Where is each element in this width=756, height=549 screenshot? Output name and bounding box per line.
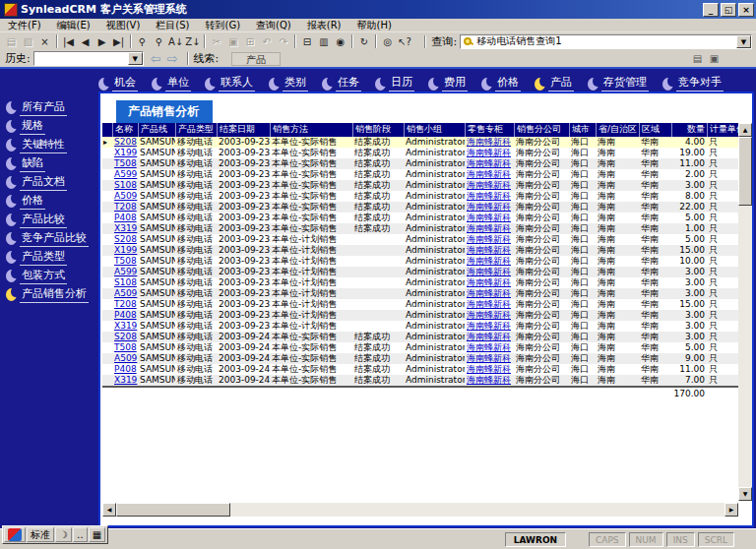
- toolbar-icon[interactable]: A↓: [167, 33, 184, 49]
- table-row[interactable]: P408 SAMSUNG 移动电话 2003-09-23 本单位-计划销售 Ad…: [102, 310, 738, 321]
- table-row[interactable]: S208 SAMSUNG 移动电话 2003-09-24 本单位-实际销售 结案…: [102, 332, 738, 342]
- toolbar-icon[interactable]: ✂: [208, 33, 224, 49]
- column-header[interactable]: 计量单位: [707, 123, 738, 137]
- column-header[interactable]: 结案日期: [217, 123, 270, 137]
- menu-item[interactable]: 查询(Q): [248, 19, 299, 32]
- toolbar-icon[interactable]: ◀: [77, 33, 94, 49]
- table-row[interactable]: A599 SAMSUNG 移动电话 2003-09-23 本单位-实际销售 结案…: [102, 169, 738, 180]
- retail-counter-link[interactable]: 海南蜂新科: [465, 321, 514, 332]
- column-header[interactable]: 销售阶段: [352, 123, 404, 137]
- product-name-link[interactable]: A599: [112, 169, 138, 180]
- toolbar-icon[interactable]: ◉: [332, 33, 348, 49]
- toolbar-icon[interactable]: ⊞: [241, 33, 258, 49]
- retail-counter-link[interactable]: 海南蜂新科: [465, 158, 514, 169]
- table-row[interactable]: P408 SAMSUNG 移动电话 2003-09-24 本单位-实际销售 结案…: [102, 364, 738, 375]
- restore-button[interactable]: ◱: [721, 3, 736, 17]
- toolbar-icon[interactable]: ▣: [706, 51, 723, 67]
- menu-item[interactable]: 视图(V): [98, 19, 149, 32]
- toolbar-icon[interactable]: [127, 33, 134, 49]
- sidebar-item[interactable]: 产品销售分析: [6, 285, 98, 304]
- close-button[interactable]: ×: [738, 3, 754, 17]
- table-row[interactable]: A509 SAMSUNG 移动电话 2003-09-24 本单位-实际销售 结案…: [102, 353, 738, 364]
- scroll-right-icon[interactable]: ▶: [724, 503, 738, 517]
- sidebar-item[interactable]: 所有产品: [6, 98, 98, 117]
- scroll-left-icon[interactable]: ◀: [102, 503, 116, 517]
- table-row[interactable]: X319 SAMSUNG 移动电话 2003-09-23 本单位-实际销售 结案…: [102, 223, 738, 234]
- table-row[interactable]: S208 SAMSUNG 移动电话 2003-09-23 本单位-计划销售 Ad…: [102, 234, 738, 245]
- menu-item[interactable]: 帮助(H): [349, 19, 400, 32]
- product-name-link[interactable]: P408: [112, 364, 138, 375]
- retail-counter-link[interactable]: 海南蜂新科: [465, 353, 514, 364]
- toolbar-icon[interactable]: ▶: [94, 33, 110, 49]
- sidebar-item[interactable]: 产品比较: [6, 211, 98, 229]
- table-row[interactable]: A599 SAMSUNG 移动电话 2003-09-23 本单位-计划销售 Ad…: [102, 267, 738, 277]
- product-name-link[interactable]: S208: [112, 137, 138, 148]
- product-name-link[interactable]: A509: [112, 191, 138, 202]
- retail-counter-link[interactable]: 海南蜂新科: [465, 148, 514, 158]
- retail-counter-link[interactable]: 海南蜂新科: [465, 375, 514, 386]
- ime-punctuation-icon[interactable]: ‥: [73, 527, 88, 542]
- retail-counter-link[interactable]: 海南蜂新科: [465, 223, 514, 234]
- tab[interactable]: 类别: [269, 74, 308, 92]
- vertical-scrollbar[interactable]: ▲ ▼: [738, 123, 752, 501]
- table-row[interactable]: A509 SAMSUNG 移动电话 2003-09-23 本单位-计划销售 Ad…: [102, 288, 738, 299]
- toolbar-icon[interactable]: ▤: [689, 51, 706, 67]
- column-header[interactable]: 名称: [112, 123, 138, 137]
- table-row[interactable]: P408 SAMSUNG 移动电话 2003-09-23 本单位-实际销售 结案…: [102, 213, 738, 223]
- retail-counter-link[interactable]: 海南蜂新科: [465, 364, 514, 375]
- ime-logo-icon[interactable]: [4, 527, 26, 542]
- table-row[interactable]: A509 SAMSUNG 移动电话 2003-09-23 本单位-实际销售 结案…: [102, 191, 738, 202]
- tab[interactable]: 价格: [481, 74, 521, 92]
- table-row[interactable]: T508 SAMSUNG 移动电话 2003-09-23 本单位-计划销售 Ad…: [102, 256, 738, 267]
- table-row[interactable]: X319 SAMSUNG 移动电话 2003-09-23 本单位-计划销售 Ad…: [102, 321, 738, 332]
- history-dropdown-arrow[interactable]: ▼: [128, 52, 143, 65]
- minimize-button[interactable]: _: [703, 3, 719, 17]
- query-dropdown-arrow[interactable]: ▼: [736, 35, 751, 48]
- column-header[interactable]: 销售小组: [404, 123, 465, 137]
- forward-icon[interactable]: ⇨: [167, 51, 178, 66]
- product-name-link[interactable]: P408: [112, 213, 138, 223]
- menu-item[interactable]: 栏目(S): [148, 19, 197, 32]
- toolbar-icon[interactable]: ×: [36, 33, 53, 49]
- menu-item[interactable]: 转到(G): [198, 19, 249, 32]
- table-row[interactable]: T508 SAMSUNG 移动电话 2003-09-24 本单位-实际销售 结案…: [102, 342, 738, 353]
- product-name-link[interactable]: P408: [112, 310, 138, 321]
- ime-keyboard-icon[interactable]: ▦: [89, 527, 105, 542]
- sidebar-item[interactable]: 价格: [6, 192, 98, 211]
- retail-counter-link[interactable]: 海南蜂新科: [465, 267, 514, 277]
- table-row[interactable]: S108 SAMSUNG 移动电话 2003-09-23 本单位-计划销售 Ad…: [102, 277, 738, 288]
- product-name-link[interactable]: X199: [112, 245, 138, 256]
- retail-counter-link[interactable]: 海南蜂新科: [465, 332, 514, 342]
- sidebar-item[interactable]: 产品类型: [6, 248, 98, 267]
- column-header[interactable]: 数量: [671, 123, 707, 137]
- table-row[interactable]: X199 SAMSUNG 移动电话 2003-09-23 本单位-计划销售 Ad…: [102, 245, 738, 256]
- sidebar-item[interactable]: 产品文档: [6, 173, 98, 192]
- tab[interactable]: 机会: [98, 74, 138, 92]
- product-name-link[interactable]: T508: [112, 158, 138, 169]
- column-header[interactable]: 销售方法: [270, 123, 352, 137]
- vertical-scroll-thumb[interactable]: [738, 137, 752, 206]
- sidebar-item[interactable]: 包装方式: [6, 267, 98, 285]
- toolbar-icon[interactable]: ↷: [275, 33, 291, 49]
- retail-counter-link[interactable]: 海南蜂新科: [465, 234, 514, 245]
- retail-counter-link[interactable]: 海南蜂新科: [465, 169, 514, 180]
- tab[interactable]: 产品: [535, 74, 574, 92]
- tab[interactable]: 任务: [322, 74, 361, 92]
- toolbar-icon[interactable]: ⊟: [298, 33, 315, 49]
- table-row[interactable]: ▸ S208 SAMSUNG 移动电话 2003-09-23 本单位-实际销售 …: [102, 137, 738, 148]
- toolbar-icon[interactable]: [291, 33, 298, 49]
- column-header[interactable]: 零售专柜: [465, 123, 514, 137]
- toolbar-icon[interactable]: ⚲: [134, 33, 151, 49]
- table-row[interactable]: S108 SAMSUNG 移动电话 2003-09-23 本单位-实际销售 结案…: [102, 180, 738, 191]
- product-name-link[interactable]: T508: [112, 256, 138, 267]
- retail-counter-link[interactable]: 海南蜂新科: [465, 256, 514, 267]
- back-icon[interactable]: ⇦: [151, 51, 161, 66]
- column-header[interactable]: 省/自治区: [596, 123, 639, 137]
- retail-counter-link[interactable]: 海南蜂新科: [465, 277, 514, 288]
- tab[interactable]: 费用: [428, 74, 468, 92]
- tab[interactable]: 联系人: [205, 74, 255, 92]
- product-name-link[interactable]: X199: [112, 148, 138, 158]
- toolbar-icon[interactable]: Z↓: [184, 33, 201, 49]
- column-header[interactable]: 产品类型: [175, 123, 217, 137]
- clue-value-box[interactable]: 产品: [231, 52, 281, 66]
